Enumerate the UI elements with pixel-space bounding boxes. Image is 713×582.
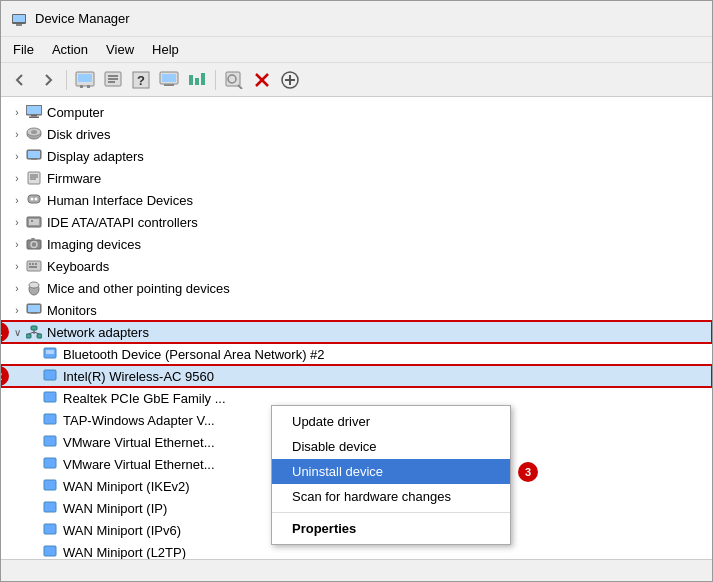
content-area: › Computer › Disk drives › Di [1,97,712,559]
properties-button[interactable] [72,67,98,93]
tree-item-mice[interactable]: › Mice and other pointing devices [1,277,712,299]
svg-rect-54 [29,266,37,268]
label-vmware2: VMware Virtual Ethernet... [63,457,215,472]
svg-rect-35 [28,151,40,158]
svg-rect-18 [201,73,205,85]
forward-button[interactable] [35,67,61,93]
label-wan-l2tp: WAN Miniport (L2TP) [63,545,186,560]
monitor-icon [25,301,43,319]
tree-item-monitors[interactable]: › Monitors [1,299,712,321]
context-menu-properties[interactable]: Properties [272,516,510,541]
tree-item-computer[interactable]: › Computer [1,101,712,123]
adapter-vmware1-icon [41,433,59,451]
label-realtek: Realtek PCIe GbE Family ... [63,391,226,406]
tree-item-keyboards[interactable]: › Keyboards [1,255,712,277]
adapter-wan-l2tp-icon [41,543,59,559]
tree-item-firmware[interactable]: › Firmware [1,167,712,189]
svg-rect-75 [44,480,56,490]
label-wan-ipv6: WAN Miniport (IPv6) [63,523,181,538]
label-computer: Computer [47,105,104,120]
tree-item-network-adapters[interactable]: ∨ Network adapters [1,321,712,343]
scan-button[interactable] [221,67,247,93]
context-menu-disable-device[interactable]: Disable device [272,434,510,459]
svg-point-42 [31,198,34,201]
svg-rect-45 [29,219,39,225]
svg-rect-29 [31,115,37,117]
svg-rect-76 [44,502,56,512]
svg-rect-74 [44,458,56,468]
expand-display[interactable]: › [9,148,25,164]
expand-imaging[interactable]: › [9,236,25,252]
expand-disk[interactable]: › [9,126,25,142]
firmware-icon [25,169,43,187]
tree-item-intel-wireless[interactable]: › Intel(R) Wireless-AC 9560 [1,365,712,387]
menu-file[interactable]: File [5,40,42,59]
svg-rect-59 [28,305,40,312]
menu-action[interactable]: Action [44,40,96,59]
svg-rect-6 [87,85,90,88]
adapter-wan-ikev2-icon [41,477,59,495]
svg-rect-2 [16,24,22,26]
add-button[interactable] [277,67,303,93]
imaging-icon [25,235,43,253]
context-menu-update-driver[interactable]: Update driver [272,409,510,434]
disk-icon [25,125,43,143]
expand-firmware[interactable]: › [9,170,25,186]
svg-rect-37 [28,172,40,184]
svg-rect-51 [29,263,31,265]
expand-ide[interactable]: › [9,214,25,230]
label-monitors: Monitors [47,303,97,318]
tree-item-disk-drives[interactable]: › Disk drives [1,123,712,145]
computer-button[interactable] [156,67,182,93]
menu-help[interactable]: Help [144,40,187,59]
adapter-wan-ipv6-icon [41,521,59,539]
svg-rect-28 [27,106,41,114]
network-icon [25,323,43,341]
svg-rect-52 [32,263,34,265]
label-ide: IDE ATA/ATAPI controllers [47,215,198,230]
expand-mice[interactable]: › [9,280,25,296]
label-hid: Human Interface Devices [47,193,193,208]
ide-icon [25,213,43,231]
label-imaging: Imaging devices [47,237,141,252]
svg-rect-53 [35,263,37,265]
label-disk-drives: Disk drives [47,127,111,142]
expand-computer[interactable]: › [9,104,25,120]
tree-item-imaging[interactable]: › Imaging devices [1,233,712,255]
svg-rect-62 [26,334,31,338]
svg-rect-41 [28,195,40,203]
back-button[interactable] [7,67,33,93]
toolbar: ? [1,63,712,97]
remove-button[interactable] [249,67,275,93]
tree-item-bluetooth[interactable]: › Bluetooth Device (Personal Area Networ… [1,343,712,365]
help-button[interactable]: ? [128,67,154,93]
uninstall-device-label: Uninstall device [292,464,383,479]
svg-line-66 [34,332,40,334]
label-intel-wireless: Intel(R) Wireless-AC 9560 [63,369,214,384]
expand-hid[interactable]: › [9,192,25,208]
svg-rect-61 [31,326,37,330]
properties2-button[interactable] [100,67,126,93]
expand-monitors[interactable]: › [9,302,25,318]
label-vmware1: VMware Virtual Ethernet... [63,435,215,450]
expand-keyboards[interactable]: › [9,258,25,274]
context-menu-uninstall-device[interactable]: Uninstall device 3 [272,459,510,484]
expand-network[interactable]: ∨ [9,324,25,340]
tree-item-display-adapters[interactable]: › Display adapters [1,145,712,167]
svg-text:?: ? [137,73,145,88]
svg-point-43 [35,198,38,201]
svg-rect-17 [195,78,199,85]
computer-icon [25,103,43,121]
context-menu-scan-hardware[interactable]: Scan for hardware changes [272,484,510,509]
label-wan-ip: WAN Miniport (IP) [63,501,167,516]
svg-rect-4 [78,74,92,82]
tree-item-hid[interactable]: › Human Interface Devices [1,189,712,211]
menu-view[interactable]: View [98,40,142,59]
title-bar: Device Manager [1,1,712,37]
adapter-realtek-icon [41,389,59,407]
svg-rect-60 [31,313,37,314]
resource-button[interactable] [184,67,210,93]
tree-item-ide[interactable]: › IDE ATA/ATAPI controllers [1,211,712,233]
svg-rect-73 [44,436,56,446]
svg-point-57 [29,282,39,288]
